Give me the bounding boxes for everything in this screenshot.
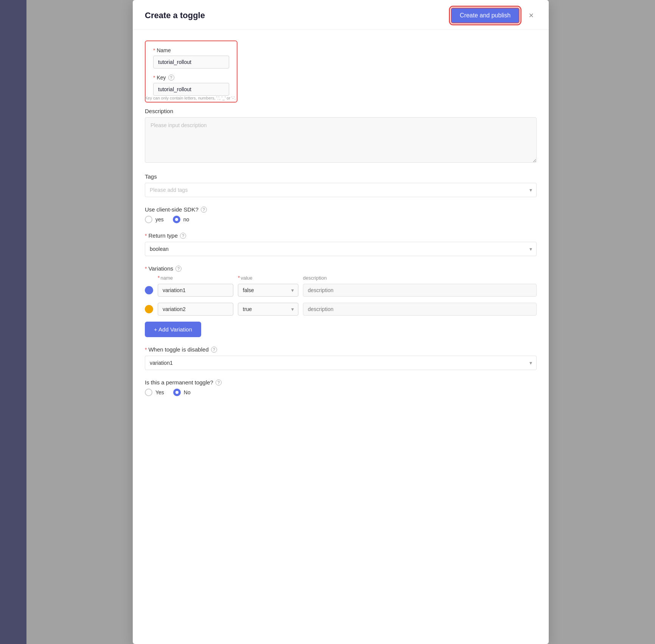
- permanent-radio-group: Yes No: [145, 389, 537, 396]
- create-publish-button[interactable]: Create and publish: [451, 8, 520, 23]
- name-required-star: *: [153, 47, 155, 53]
- permanent-help-icon[interactable]: ?: [216, 380, 222, 386]
- when-disabled-help-icon[interactable]: ?: [211, 347, 217, 353]
- variation2-row: true false ▾: [145, 303, 537, 316]
- tags-label: Tags: [145, 173, 537, 180]
- sdk-yes-radio[interactable]: [145, 216, 152, 223]
- variations-help-icon[interactable]: ?: [175, 266, 182, 272]
- modal: Create a toggle Create and publish × *: [133, 0, 549, 644]
- when-disabled-section: * When toggle is disabled ? variation1 v…: [145, 346, 537, 370]
- variation1-desc-group: [303, 284, 537, 297]
- permanent-yes-option[interactable]: Yes: [145, 389, 164, 396]
- modal-overlay: Create a toggle Create and publish × *: [26, 0, 655, 644]
- variation2-color-dot: [145, 305, 153, 313]
- variations-section: * Variations ? * name *: [145, 265, 537, 337]
- modal-header-actions: Create and publish ×: [451, 8, 537, 23]
- name-field-group: * Name: [153, 47, 229, 68]
- sdk-no-option[interactable]: no: [173, 216, 189, 223]
- variations-label: * Variations ?: [145, 265, 537, 272]
- return-type-required-star: *: [145, 233, 147, 239]
- return-type-select-wrapper: boolean string number json ▾: [145, 242, 537, 256]
- permanent-no-label: No: [184, 389, 191, 395]
- tags-section: Tags Please add tags ▾: [145, 173, 537, 197]
- key-help-icon[interactable]: ?: [168, 75, 174, 81]
- main-background: Create a toggle Create and publish × *: [26, 0, 655, 644]
- name-key-section: * Name * Key ?: [145, 40, 237, 103]
- variation2-name-input[interactable]: [158, 303, 233, 316]
- variation2-value-select[interactable]: true false: [238, 303, 298, 316]
- sdk-radio-group: yes no: [145, 216, 537, 223]
- sdk-section: Use client-side SDK? ? yes no: [145, 206, 537, 223]
- variation1-desc-input[interactable]: [303, 284, 537, 297]
- key-hint: Key can only contain letters, numbers, '…: [145, 96, 537, 100]
- variations-required-star: *: [145, 266, 147, 272]
- sidebar: [0, 0, 26, 644]
- variation1-value-select[interactable]: false true: [238, 284, 298, 297]
- variation2-value-group: true false ▾: [238, 303, 298, 316]
- sdk-no-radio[interactable]: [173, 216, 180, 223]
- return-type-label: * Return type ?: [145, 232, 537, 239]
- add-variation-button[interactable]: + Add Variation: [145, 322, 201, 337]
- variation1-name-input[interactable]: [158, 284, 233, 297]
- key-input[interactable]: [153, 83, 229, 96]
- sdk-help-icon[interactable]: ?: [201, 207, 207, 213]
- variation-column-headers: * name * value description: [145, 275, 537, 281]
- col-value-header: * value: [238, 275, 298, 281]
- description-label: Description: [145, 108, 537, 114]
- key-required-star: *: [153, 75, 155, 81]
- permanent-no-option[interactable]: No: [173, 389, 191, 396]
- col-description-header: description: [303, 275, 537, 281]
- return-type-section: * Return type ? boolean string number js…: [145, 232, 537, 256]
- description-textarea[interactable]: [145, 117, 537, 163]
- name-input[interactable]: [153, 56, 229, 68]
- sdk-yes-label: yes: [155, 216, 164, 222]
- modal-title: Create a toggle: [145, 11, 205, 20]
- return-type-help-icon[interactable]: ?: [180, 233, 186, 239]
- variation1-value-select-wrapper: false true ▾: [238, 284, 298, 297]
- variation1-color-dot: [145, 286, 153, 294]
- permanent-yes-label: Yes: [155, 389, 164, 395]
- variation2-value-select-wrapper: true false ▾: [238, 303, 298, 316]
- variation1-value-group: false true ▾: [238, 284, 298, 297]
- permanent-yes-radio[interactable]: [145, 389, 152, 396]
- variation1-name-group: [158, 284, 233, 297]
- permanent-section: Is this a permanent toggle? ? Yes No: [145, 379, 537, 396]
- permanent-label: Is this a permanent toggle? ?: [145, 379, 537, 386]
- col-name-header: * name: [158, 275, 233, 281]
- return-type-select[interactable]: boolean string number json: [145, 242, 537, 256]
- variation2-name-group: [158, 303, 233, 316]
- key-label: * Key ?: [153, 75, 229, 81]
- close-button[interactable]: ×: [526, 10, 537, 21]
- tags-select[interactable]: Please add tags: [145, 183, 537, 197]
- variation2-desc-group: [303, 303, 537, 316]
- description-section: Description: [145, 108, 537, 164]
- modal-header: Create a toggle Create and publish ×: [133, 0, 549, 30]
- tags-select-wrapper: Please add tags ▾: [145, 183, 537, 197]
- when-disabled-select[interactable]: variation1 variation2: [145, 356, 537, 370]
- variation1-row: false true ▾: [145, 284, 537, 297]
- key-field-group: * Key ?: [153, 75, 229, 96]
- permanent-no-radio[interactable]: [173, 389, 181, 396]
- when-disabled-required-star: *: [145, 347, 147, 353]
- name-label: * Name: [153, 47, 229, 53]
- sdk-label: Use client-side SDK? ?: [145, 206, 537, 213]
- when-disabled-select-wrapper: variation1 variation2 ▾: [145, 356, 537, 370]
- sdk-yes-option[interactable]: yes: [145, 216, 164, 223]
- when-disabled-label: * When toggle is disabled ?: [145, 346, 537, 353]
- modal-body: * Name * Key ?: [133, 30, 549, 420]
- variation2-desc-input[interactable]: [303, 303, 537, 316]
- sdk-no-label: no: [183, 216, 189, 222]
